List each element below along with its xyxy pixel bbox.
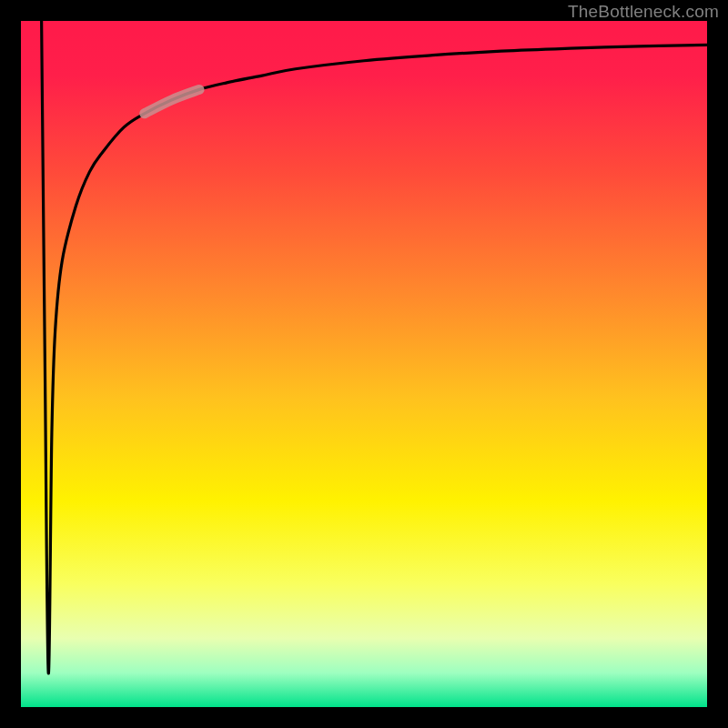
highlight-segment: [145, 89, 199, 113]
chart-frame: TheBottleneck.com: [0, 0, 728, 728]
watermark-text: TheBottleneck.com: [568, 2, 719, 22]
bottleneck-curve: [42, 21, 707, 673]
curve-layer: [21, 21, 707, 707]
plot-area: [21, 21, 707, 707]
